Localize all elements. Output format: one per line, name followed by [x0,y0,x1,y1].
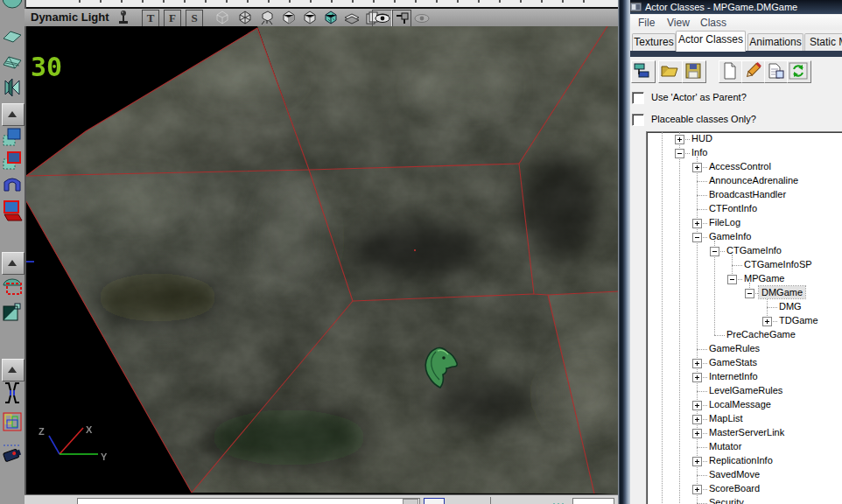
tree-expand-button[interactable] [692,219,702,228]
tree-expand-button[interactable] [692,359,702,368]
window-icon [630,2,642,14]
tree-item[interactable]: BroadcastHandler [706,188,789,200]
tree-item[interactable]: GameStats [706,356,760,368]
tree-item[interactable]: PreCacheGame [724,328,798,340]
tree-collapse-button[interactable] [675,149,684,158]
class-hierarchy-button[interactable] [631,60,656,83]
pushpin-button[interactable] [392,10,411,27]
tree-item[interactable]: ScoreBoard [706,482,762,494]
lock-icon[interactable] [424,498,445,504]
tree-item[interactable]: TDGame [776,314,821,326]
sheet-brush-icon[interactable] [2,26,23,47]
sphere-brush-icon[interactable] [2,0,23,9]
arch-brush-icon[interactable] [2,173,23,194]
tree-item[interactable]: LevelGameRules [706,384,785,396]
tree-item[interactable]: MapList [706,412,746,424]
realtime-eye-button[interactable] [372,10,392,27]
tab-textures[interactable]: Textures [632,33,676,51]
tree-item[interactable]: Security [706,496,747,504]
tab-static-meshes[interactable]: Static Me [804,33,842,51]
texture-detail [26,26,618,494]
unrealed-editor: Dynamic Light T F S [0,0,842,504]
tree-item[interactable]: LocalMessage [706,398,774,410]
grid-size-select[interactable] [572,498,614,504]
tree-expand-button[interactable] [692,429,702,438]
tree-expand-button[interactable] [692,401,702,410]
tree-item[interactable]: AccessControl [706,160,774,172]
tree-expand-button[interactable] [692,415,702,424]
tree-expand-button[interactable] [692,163,702,172]
dropdown-button[interactable] [403,499,418,504]
tree-expand-button[interactable] [675,135,684,144]
tree-item[interactable]: InternetInfo [706,370,761,382]
front-view-button[interactable]: F [164,10,181,27]
lighting-cube-icon [345,14,359,24]
extrude-brush-icon[interactable] [2,382,23,402]
tree-item[interactable]: Info [689,146,710,158]
deintersect-brush-icon[interactable] [2,301,23,322]
terrain-brush-icon[interactable] [2,51,23,72]
tree-item[interactable]: GameInfo [706,230,754,242]
tab-actor-classes[interactable]: Actor Classes [676,31,746,52]
tree-collapse-button[interactable] [727,275,737,284]
class-tree[interactable]: HUDInfoAccessControlAnnounceAdrenalineBr… [646,131,842,504]
placeable-only-checkbox[interactable] [632,114,644,126]
tree-collapse-button[interactable] [710,247,719,256]
log-command-input[interactable] [77,498,420,504]
tab-animations[interactable]: Animations [747,33,803,51]
tree-expand-button[interactable] [692,373,702,382]
tree-item[interactable]: AnnounceAdrenaline [706,174,801,186]
tree-item[interactable]: CTFontInfo [706,202,760,214]
menu-class[interactable]: Class [700,17,726,29]
tree-item[interactable]: HUD [689,132,715,144]
csg-add-subtract-icon[interactable] [2,200,23,220]
intersect-brush-icon[interactable] [2,275,23,296]
tree-item[interactable]: FileLog [706,216,743,228]
tree-item[interactable]: SavedMove [706,468,762,480]
tree-expand-button[interactable] [762,317,772,326]
menu-file[interactable]: File [638,17,655,29]
tree-collapse-button[interactable] [692,233,702,242]
tree-expand-button[interactable] [692,457,702,466]
viewport-titlebar[interactable]: Dynamic Light T F S [25,9,618,26]
expand-toolbar-button[interactable] [2,252,25,275]
use-actor-parent-checkbox[interactable] [632,92,644,104]
expand-toolbar-button[interactable] [2,103,25,126]
browser-tabs: Textures Actor Classes Animations Static… [630,31,842,51]
new-class-button[interactable] [719,60,743,83]
class-properties-button[interactable] [764,60,789,83]
tree-item[interactable]: DMGame [759,286,805,298]
grid-icon[interactable] [551,498,567,504]
top-view-button[interactable]: T [142,10,159,27]
placeable-only-label: Placeable classes Only? [651,114,756,124]
window-title: Actor Classes - MPGame.DMGame [645,2,797,12]
refresh-button[interactable] [787,60,811,83]
tree-item[interactable]: Mutator [706,440,744,452]
tree-item[interactable]: GameRules [706,342,762,354]
tree-expand-button[interactable] [692,485,702,494]
subtract-special-brush-icon[interactable] [2,150,23,172]
add-special-brush-icon[interactable] [2,127,23,148]
side-view-button[interactable]: S [186,10,203,27]
tree-item[interactable]: MasterServerLink [706,426,787,438]
window-titlebar[interactable]: Actor Classes - MPGame.DMGame [618,0,842,14]
tree-item[interactable]: CTGameInfoSP [741,258,815,270]
tree-item[interactable]: CTGameInfo [724,244,784,256]
open-package-button[interactable] [658,60,683,83]
brush-clip-icon[interactable] [2,411,23,432]
expand-toolbar-button[interactable] [2,359,25,382]
tree-item[interactable]: ReplicationInfo [706,454,775,466]
matinee-camera-icon[interactable] [2,442,23,463]
3d-viewport[interactable]: 30 Z X Y [26,26,618,494]
axis-gizmo: Z X Y [39,424,108,462]
menubar: File View Class [630,15,842,30]
edit-script-button[interactable] [741,60,766,83]
tree-item[interactable]: MPGame [741,272,787,284]
wireframe-cube-icon [217,11,228,24]
volumetric-brush-icon[interactable] [2,77,23,98]
tree-collapse-button[interactable] [745,289,754,298]
axis-y-label: Y [101,452,108,462]
save-package-button[interactable] [682,60,706,83]
tree-item[interactable]: DMG [776,300,804,312]
menu-view[interactable]: View [667,17,690,29]
